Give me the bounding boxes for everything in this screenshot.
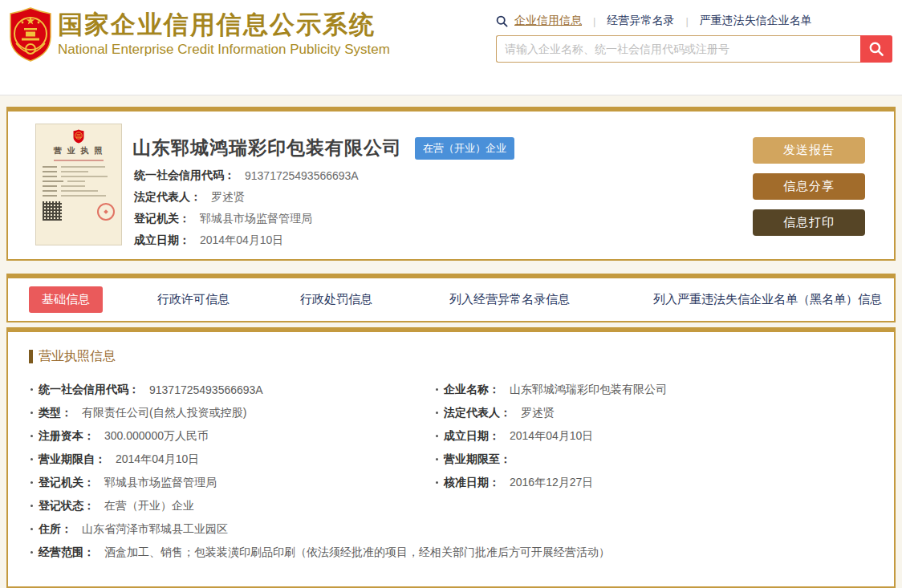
field-label: 营业期限至： <box>444 452 511 467</box>
field-address: 住所： 山东省菏泽市郓城县工业园区 <box>30 517 894 541</box>
field-value: 2016年12月27日 <box>510 476 593 490</box>
field-label: 住所： <box>39 522 72 537</box>
bullet-dot <box>436 388 438 391</box>
field-value: 郓城县市场监督管理局 <box>104 476 217 490</box>
license-text-line <box>43 195 115 197</box>
business-license-thumbnail[interactable]: 营 业 执 照 <box>35 124 122 245</box>
field-value: 在营（开业）企业 <box>104 499 194 513</box>
action-buttons: 发送报告 信息分享 信息打印 <box>753 137 865 236</box>
share-info-button[interactable]: 信息分享 <box>753 173 865 200</box>
section-header: 营业执照信息 <box>29 348 894 365</box>
field-value: 罗述贤 <box>211 190 245 205</box>
license-bottom-row <box>43 201 115 221</box>
search-button[interactable] <box>860 35 892 63</box>
field-value: 郓城县市场监督管理局 <box>200 212 312 226</box>
company-name: 山东郓城鸿瑞彩印包装有限公司 <box>132 136 402 160</box>
license-text-line <box>43 180 115 182</box>
tab-administrative-license[interactable]: 行政许可信息 <box>122 292 265 307</box>
field-label: 登记机关： <box>39 476 95 490</box>
bullet-dot <box>436 481 438 484</box>
field-label: 成立日期： <box>134 233 190 248</box>
tab-abnormal-operations-list[interactable]: 列入经营异常名录信息 <box>408 292 611 307</box>
field-term-from: 营业期限自： 2014年04月10日 <box>30 448 436 471</box>
field-registered-capital: 注册资本： 300.000000万人民币 <box>30 424 436 448</box>
category-separator: | <box>685 15 688 27</box>
search-category-tabs: 企业信用信息 | 经营异常名录 | 严重违法失信企业名单 <box>496 13 892 29</box>
field-value: 山东省菏泽市郓城县工业园区 <box>82 522 228 537</box>
field-value: 有限责任公司(自然人投资或控股) <box>82 406 246 420</box>
category-separator: | <box>593 15 595 27</box>
national-emblem-logo-icon <box>8 6 53 67</box>
bullet-dot <box>436 435 438 437</box>
field-label: 统一社会信用代码： <box>134 168 235 183</box>
section-title: 营业执照信息 <box>39 348 116 365</box>
search-category-abnormal-operations[interactable]: 经营异常名录 <box>607 14 674 28</box>
field-company-type: 类型： 有限责任公司(自然人投资或控股) <box>30 401 436 424</box>
field-label: 成立日期： <box>444 429 500 444</box>
summary-field-legal-representative: 法定代表人： 罗述贤 <box>134 186 359 208</box>
search-block: 企业信用信息 | 经营异常名录 | 严重违法失信企业名单 <box>496 13 892 63</box>
bullet-dot <box>30 481 33 484</box>
field-business-scope: 经营范围： 酒盒加工、销售；包装装潢印刷品印刷（依法须经批准的项目，经相关部门批… <box>30 541 894 564</box>
license-emblem-icon <box>73 129 84 144</box>
status-badge: 在营（开业）企业 <box>415 137 514 160</box>
field-value: 2014年04月10日 <box>116 452 199 467</box>
tab-administrative-penalty[interactable]: 行政处罚信息 <box>265 292 408 307</box>
bullet-dot <box>436 412 438 414</box>
tab-serious-violations-blacklist[interactable]: 列入严重违法失信企业名单（黑名单）信息 <box>611 292 902 307</box>
summary-field-establish-date: 成立日期： 2014年04月10日 <box>134 229 359 251</box>
field-label: 企业名称： <box>444 383 500 397</box>
bullet-dot <box>30 551 33 554</box>
bullet-dot <box>30 505 33 507</box>
main-content: 营 业 执 照 山东郓城鸿瑞彩印包装有限公司 在营（开业）企业 统一社会信用代码… <box>0 107 902 588</box>
company-summary-card: 营 业 执 照 山东郓城鸿瑞彩印包装有限公司 在营（开业）企业 统一社会信用代码… <box>6 107 896 261</box>
license-text-line <box>43 190 115 192</box>
license-fields-grid: 统一社会信用代码： 91371725493566693A 企业名称： 山东郓城鸿… <box>30 378 894 564</box>
license-text-line <box>43 185 115 187</box>
field-company-name: 企业名称： 山东郓城鸿瑞彩印包装有限公司 <box>436 378 894 401</box>
field-registration-authority: 登记机关： 郓城县市场监督管理局 <box>30 471 436 494</box>
field-approval-date: 核准日期： 2016年12月27日 <box>436 471 894 494</box>
search-category-enterprise-credit[interactable]: 企业信用信息 <box>514 14 582 28</box>
field-value: 91371725493566693A <box>149 383 263 396</box>
info-tab-bar: 基础信息 行政许可信息 行政处罚信息 列入经营异常名录信息 列入严重违法失信企业… <box>6 274 896 322</box>
print-info-button[interactable]: 信息打印 <box>753 209 865 236</box>
field-value: 300.000000万人民币 <box>104 429 209 444</box>
field-label: 法定代表人： <box>444 406 511 420</box>
field-value: 2014年04月10日 <box>200 233 283 248</box>
bullet-dot <box>436 458 438 460</box>
tab-basic-info[interactable]: 基础信息 <box>29 286 103 313</box>
field-registration-status: 登记状态： 在营（开业）企业 <box>30 494 436 517</box>
field-credit-code: 统一社会信用代码： 91371725493566693A <box>30 378 436 401</box>
site-subtitle: National Enterprise Credit Information P… <box>58 42 390 58</box>
search-input[interactable] <box>496 35 860 63</box>
field-label: 类型： <box>39 406 72 420</box>
summary-field-credit-code: 统一社会信用代码： 91371725493566693A <box>134 164 359 186</box>
send-report-button[interactable]: 发送报告 <box>753 137 865 164</box>
field-label: 登记状态： <box>39 499 95 513</box>
site-title-block: 国家企业信用信息公示系统 National Enterprise Credit … <box>58 10 390 58</box>
site-title: 国家企业信用信息公示系统 <box>58 10 390 39</box>
field-value: 罗述贤 <box>521 406 555 420</box>
bullet-dot <box>30 458 33 460</box>
field-label: 经营范围： <box>39 545 95 560</box>
field-value: 91371725493566693A <box>245 169 359 182</box>
license-text-line <box>43 166 115 168</box>
search-bar <box>496 35 892 63</box>
search-icon <box>496 15 508 27</box>
field-value: 2014年04月10日 <box>510 429 593 444</box>
field-label: 登记机关： <box>134 212 190 226</box>
license-title: 营 业 执 照 <box>43 145 115 156</box>
license-text-line <box>43 171 115 172</box>
search-category-serious-violations[interactable]: 严重违法失信企业名单 <box>700 14 812 28</box>
license-text-line <box>43 176 115 177</box>
bullet-dot <box>30 435 33 437</box>
field-value: 山东郓城鸿瑞彩印包装有限公司 <box>510 383 667 397</box>
bullet-dot <box>30 528 33 530</box>
search-button-icon <box>868 41 884 57</box>
company-header-row: 山东郓城鸿瑞彩印包装有限公司 在营（开业）企业 <box>132 136 514 160</box>
site-header: 国家企业信用信息公示系统 National Enterprise Credit … <box>0 0 902 95</box>
field-label: 注册资本： <box>39 429 95 444</box>
field-value: 酒盒加工、销售；包装装潢印刷品印刷（依法须经批准的项目，经相关部门批准后方可开展… <box>104 545 610 560</box>
company-summary-fields: 统一社会信用代码： 91371725493566693A 法定代表人： 罗述贤 … <box>134 164 359 251</box>
